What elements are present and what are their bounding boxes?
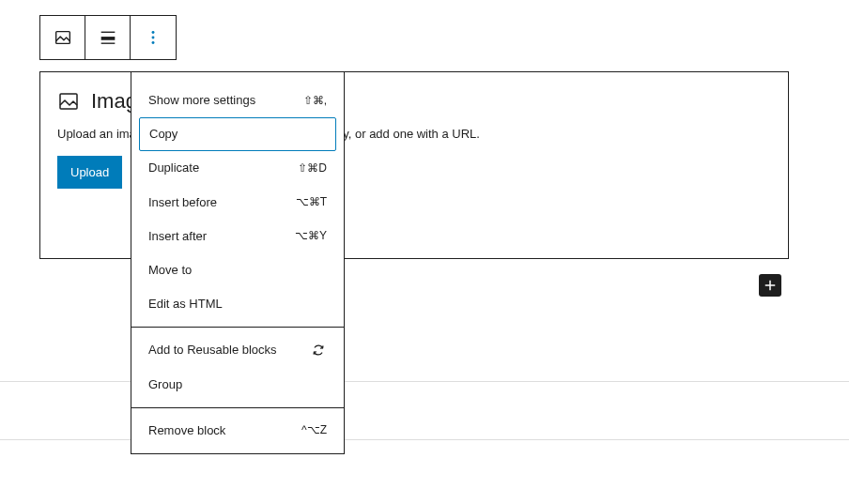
menu-label: Group	[148, 376, 182, 393]
menu-show-more-settings[interactable]: Show more settings ⇧⌘,	[131, 84, 344, 117]
reusable-icon	[310, 342, 327, 359]
separator-line	[0, 381, 849, 382]
menu-shortcut: ⇧⌘,	[303, 93, 327, 109]
menu-shortcut: ^⌥Z	[301, 422, 327, 438]
svg-point-4	[152, 31, 155, 34]
separator-line	[0, 439, 849, 440]
menu-remove-block[interactable]: Remove block ^⌥Z	[131, 414, 344, 448]
more-vertical-icon	[143, 27, 163, 48]
menu-divider	[131, 327, 344, 328]
menu-group[interactable]: Group	[131, 368, 344, 402]
add-block-button[interactable]	[759, 274, 781, 297]
menu-label: Duplicate	[148, 160, 199, 176]
menu-label: Show more settings	[148, 92, 255, 109]
block-toolbar	[39, 15, 177, 60]
menu-label: Add to Reusable blocks	[148, 342, 277, 359]
svg-rect-0	[55, 32, 69, 44]
more-options-button[interactable]	[131, 16, 176, 59]
align-button[interactable]	[85, 16, 131, 59]
svg-rect-7	[60, 94, 77, 109]
menu-divider	[131, 407, 344, 408]
align-icon	[98, 27, 118, 48]
menu-move-to[interactable]: Move to	[131, 253, 344, 287]
svg-point-5	[152, 37, 155, 39]
upload-button[interactable]: Upload	[57, 156, 122, 189]
menu-insert-before[interactable]: Insert before ⌥⌘T	[131, 186, 344, 220]
svg-rect-3	[100, 43, 115, 44]
menu-shortcut: ⌥⌘Y	[295, 228, 327, 244]
menu-label: Insert before	[148, 194, 217, 211]
menu-add-reusable[interactable]: Add to Reusable blocks	[131, 333, 344, 367]
svg-point-6	[152, 41, 155, 44]
image-icon	[53, 27, 73, 48]
menu-duplicate[interactable]: Duplicate ⇧⌘D	[131, 151, 344, 185]
menu-label: Move to	[148, 262, 192, 279]
menu-shortcut: ⌥⌘T	[296, 194, 327, 210]
menu-edit-html[interactable]: Edit as HTML	[131, 287, 344, 321]
menu-label: Remove block	[148, 422, 225, 439]
plus-icon	[762, 277, 779, 294]
menu-shortcut: ⇧⌘D	[298, 160, 327, 176]
menu-label: Edit as HTML	[148, 296, 223, 313]
menu-copy[interactable]: Copy	[139, 117, 336, 151]
menu-label: Copy	[149, 126, 178, 143]
menu-insert-after[interactable]: Insert after ⌥⌘Y	[131, 220, 344, 253]
svg-rect-2	[100, 37, 115, 40]
block-options-menu: Show more settings ⇧⌘, Copy Duplicate ⇧⌘…	[131, 71, 345, 454]
image-icon	[57, 90, 80, 113]
svg-rect-1	[100, 32, 115, 33]
menu-label: Insert after	[148, 228, 207, 245]
block-type-button[interactable]	[40, 16, 85, 59]
